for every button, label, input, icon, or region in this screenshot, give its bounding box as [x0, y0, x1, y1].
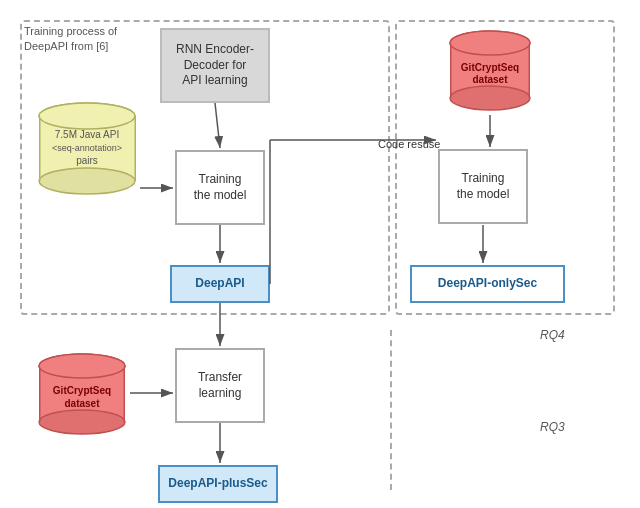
diagram: Training process of DeepAPI from [6] RNN…: [10, 10, 630, 498]
outer-dashed-label: Training process of DeepAPI from [6]: [24, 24, 117, 55]
transfer-learning: Transfer learning: [175, 348, 265, 423]
gitcryptseq1-cylinder: GitCryptSeq dataset: [445, 25, 535, 115]
training-model-2: Training the model: [438, 149, 528, 224]
svg-point-22: [39, 354, 125, 378]
svg-point-19: [39, 410, 125, 434]
deep-api-only-sec: DeepAPI-onlySec: [410, 265, 565, 303]
rq4-label: RQ4: [540, 328, 565, 342]
svg-rect-4: [529, 43, 531, 98]
rq3-label: RQ3: [540, 420, 565, 434]
gitcryptseq2-cylinder: GitCryptSeq dataset: [35, 350, 130, 440]
rnn-box: RNN Encoder- Decoder for API learning: [160, 28, 270, 103]
svg-text:dataset: dataset: [64, 398, 100, 409]
svg-point-2: [450, 86, 530, 110]
svg-text:7.5M Java API: 7.5M Java API: [55, 129, 119, 140]
deep-api-plus-sec: DeepAPI-plusSec: [158, 465, 278, 503]
svg-rect-12: [135, 116, 137, 181]
svg-rect-3: [450, 43, 452, 98]
svg-point-10: [39, 168, 135, 194]
svg-text:GitCryptSeq: GitCryptSeq: [461, 62, 519, 73]
svg-point-5: [450, 31, 530, 55]
rq3-bracket: [390, 330, 392, 490]
svg-text:dataset: dataset: [472, 74, 508, 85]
java-api-cylinder: 7.5M Java API <seq-annotation> pairs: [35, 100, 140, 200]
deep-api: DeepAPI: [170, 265, 270, 303]
svg-text:<seq-annotation>: <seq-annotation>: [52, 143, 122, 153]
svg-text:pairs: pairs: [76, 155, 98, 166]
svg-rect-11: [39, 116, 41, 181]
svg-rect-21: [124, 366, 126, 422]
svg-point-13: [39, 103, 135, 129]
training-model-1: Training the model: [175, 150, 265, 225]
svg-text:GitCryptSeq: GitCryptSeq: [53, 385, 111, 396]
svg-rect-20: [39, 366, 41, 422]
code-reuse-label: Code resuse: [378, 138, 440, 150]
